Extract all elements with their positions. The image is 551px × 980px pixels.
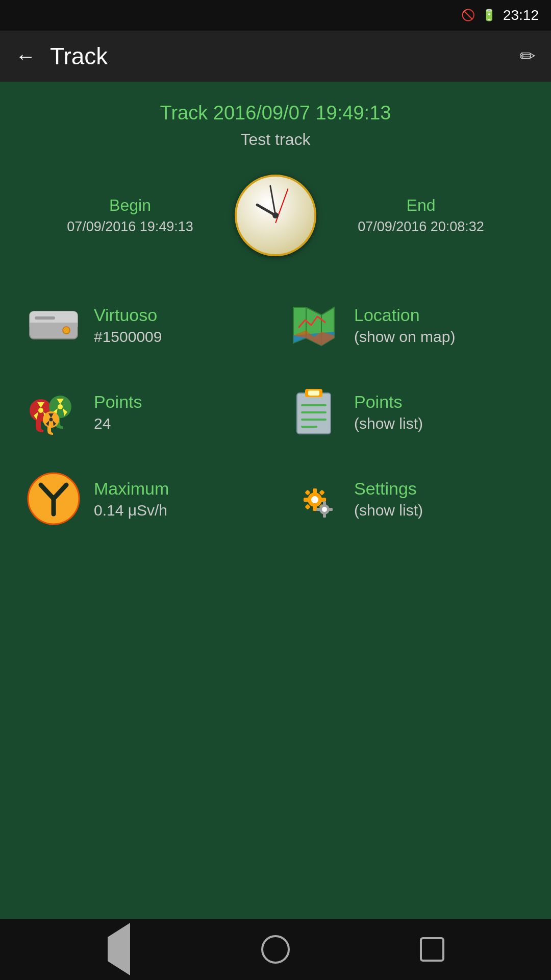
begin-label: Begin bbox=[109, 196, 151, 215]
svg-rect-26 bbox=[313, 488, 317, 494]
svg-rect-31 bbox=[319, 489, 324, 495]
battery-icon: 🔋 bbox=[482, 9, 496, 22]
svg-rect-29 bbox=[321, 498, 326, 502]
points-count-item[interactable]: Points 24 bbox=[20, 374, 270, 450]
nav-recent-button[interactable] bbox=[414, 932, 450, 967]
settings-label: Settings bbox=[354, 479, 423, 499]
status-bar: 🚫 🔋 23:12 bbox=[0, 0, 551, 31]
svg-point-10 bbox=[49, 418, 53, 422]
track-subtitle: Test track bbox=[20, 130, 531, 149]
maximum-label: Maximum bbox=[94, 479, 169, 499]
virtuoso-label: Virtuoso bbox=[94, 305, 162, 325]
track-title: Track 2016/09/07 19:49:13 bbox=[20, 102, 531, 124]
points-list-text: Points (show list) bbox=[354, 392, 423, 432]
page-title: Track bbox=[50, 42, 108, 70]
location-label: Location bbox=[354, 305, 455, 325]
svg-point-35 bbox=[322, 507, 327, 512]
settings-item[interactable]: Settings (show list) bbox=[281, 460, 531, 537]
hdd-icon bbox=[26, 297, 82, 353]
svg-rect-32 bbox=[305, 504, 310, 509]
settings-value: (show list) bbox=[354, 502, 423, 519]
svg-rect-30 bbox=[305, 489, 310, 495]
svg-rect-28 bbox=[304, 498, 309, 502]
svg-rect-37 bbox=[323, 513, 326, 518]
maximum-text: Maximum 0.14 μSv/h bbox=[94, 479, 169, 519]
svg-rect-38 bbox=[316, 508, 320, 511]
points-list-item[interactable]: Points (show list) bbox=[281, 374, 531, 450]
svg-rect-4 bbox=[35, 316, 55, 320]
points-list-value: (show list) bbox=[354, 415, 423, 432]
location-value: (show on map) bbox=[354, 328, 455, 346]
gears-icon bbox=[286, 471, 342, 527]
svg-point-6 bbox=[38, 408, 43, 413]
nav-back-button[interactable] bbox=[101, 932, 137, 967]
points-count-text: Points 24 bbox=[94, 392, 142, 432]
nav-home-button[interactable] bbox=[258, 932, 293, 967]
svg-rect-14 bbox=[308, 390, 319, 396]
status-time: 23:12 bbox=[503, 7, 539, 23]
radiation-badge-icon bbox=[26, 471, 82, 527]
end-block: End 07/09/2016 20:08:32 bbox=[337, 196, 505, 235]
sim-icon: 🚫 bbox=[461, 9, 475, 22]
location-item[interactable]: Location (show on map) bbox=[281, 287, 531, 363]
begin-block: Begin 07/09/2016 19:49:13 bbox=[46, 196, 214, 235]
top-bar: ← Track ✏ bbox=[0, 31, 551, 82]
location-text: Location (show on map) bbox=[354, 305, 455, 346]
virtuoso-value: #1500009 bbox=[94, 328, 162, 346]
points-list-label: Points bbox=[354, 392, 423, 412]
virtuoso-text: Virtuoso #1500009 bbox=[94, 305, 162, 346]
svg-rect-39 bbox=[329, 508, 333, 511]
maximum-value: 0.14 μSv/h bbox=[94, 502, 169, 519]
status-icons: 🚫 🔋 23:12 bbox=[461, 7, 539, 23]
svg-rect-36 bbox=[323, 501, 326, 505]
svg-point-3 bbox=[63, 327, 70, 334]
points-count-value: 24 bbox=[94, 415, 142, 432]
begin-value: 07/09/2016 19:49:13 bbox=[67, 219, 193, 235]
info-grid: Virtuoso #1500009 bbox=[20, 287, 531, 537]
svg-point-8 bbox=[58, 404, 63, 409]
points-count-label: Points bbox=[94, 392, 142, 412]
virtuoso-item[interactable]: Virtuoso #1500009 bbox=[20, 287, 270, 363]
top-bar-left: ← Track bbox=[15, 42, 108, 70]
main-content: Track 2016/09/07 19:49:13 Test track Beg… bbox=[0, 82, 551, 919]
back-button[interactable]: ← bbox=[15, 46, 36, 66]
time-row: Begin 07/09/2016 19:49:13 End 07/09/2016… bbox=[20, 175, 531, 256]
edit-icon[interactable]: ✏ bbox=[519, 45, 536, 67]
map-icon bbox=[286, 297, 342, 353]
settings-text: Settings (show list) bbox=[354, 479, 423, 519]
bottom-nav bbox=[0, 919, 551, 980]
end-value: 07/09/2016 20:08:32 bbox=[358, 219, 484, 235]
radiation-markers-icon bbox=[26, 384, 82, 440]
svg-rect-2 bbox=[30, 323, 78, 327]
clipboard-icon bbox=[286, 384, 342, 440]
end-label: End bbox=[407, 196, 436, 215]
svg-point-25 bbox=[311, 496, 318, 503]
svg-rect-27 bbox=[313, 506, 317, 511]
clock-icon bbox=[235, 175, 316, 256]
maximum-item[interactable]: Maximum 0.14 μSv/h bbox=[20, 460, 270, 537]
